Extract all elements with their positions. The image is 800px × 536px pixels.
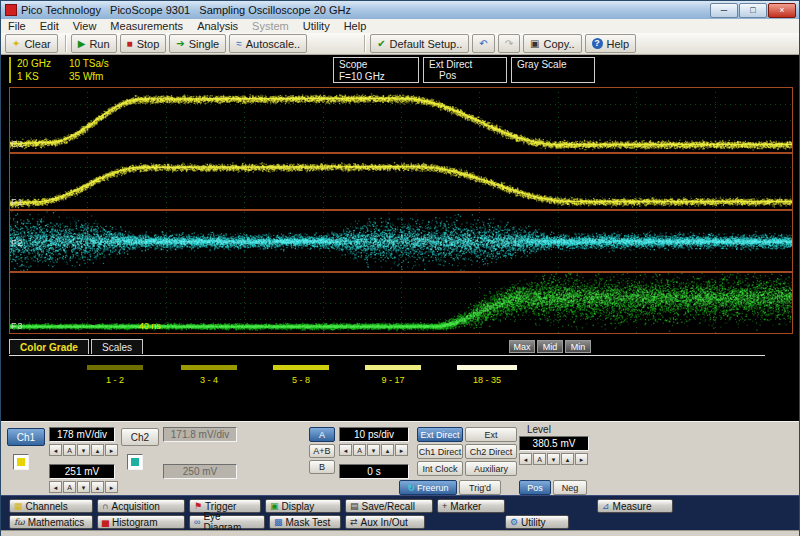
tab-scales[interactable]: Scales bbox=[91, 339, 143, 354]
menu-button-display[interactable]: ▣ Display bbox=[265, 499, 341, 513]
minimize-button[interactable]: ─ bbox=[710, 3, 738, 18]
coarse-increment-button[interactable]: ▸ bbox=[395, 444, 408, 456]
menu-button-aux-in-out[interactable]: ⇄ Aux In/Out bbox=[345, 515, 425, 529]
marker-icon: + bbox=[442, 502, 447, 511]
app-icon bbox=[5, 4, 17, 16]
menu-button-marker[interactable]: + Marker bbox=[437, 499, 505, 513]
menu-button-measure[interactable]: ⊿ Measure bbox=[597, 499, 673, 513]
histogram-icon: ▅ bbox=[102, 518, 109, 527]
decrement-button[interactable]: ▾ bbox=[367, 444, 380, 456]
trigger-mode-trigd-button[interactable]: Trig'd bbox=[459, 480, 501, 495]
min-button[interactable]: Min bbox=[565, 340, 591, 353]
coarse-decrement-button[interactable]: ◂ bbox=[519, 453, 532, 465]
fine-mode-button[interactable]: A bbox=[353, 444, 366, 456]
save-recall-icon: ▤ bbox=[350, 502, 359, 511]
trigger-source-ext-direct[interactable]: Ext Direct bbox=[417, 427, 463, 442]
fine-mode-button[interactable]: A bbox=[63, 481, 76, 493]
trigger-level-label: Level bbox=[527, 424, 551, 435]
single-icon: ➔ bbox=[176, 39, 184, 49]
trigger-source-ext-prescale[interactable]: Ext Prescale bbox=[465, 427, 517, 442]
channel-marker-f2[interactable]: F2 bbox=[11, 238, 24, 248]
decrement-button[interactable]: ▾ bbox=[77, 444, 90, 456]
mathematics-icon: fω bbox=[14, 518, 25, 527]
menu-button-eye-diagram[interactable]: ∞ Eye Diagram bbox=[189, 515, 265, 529]
trigger-source-ch2-direct[interactable]: Ch2 Direct bbox=[465, 444, 517, 459]
menu-utility[interactable]: Utility bbox=[296, 19, 337, 33]
mid-button[interactable]: Mid bbox=[537, 340, 563, 353]
display-tabs: Color Grade Scales Max Mid Min bbox=[9, 338, 765, 356]
max-button[interactable]: Max bbox=[509, 340, 535, 353]
trigger-source-ch1-direct[interactable]: Ch1 Direct bbox=[417, 444, 463, 459]
increment-button[interactable]: ▴ bbox=[381, 444, 394, 456]
ch1-color-swatch bbox=[17, 458, 25, 466]
coarse-decrement-button[interactable]: ◂ bbox=[339, 444, 352, 456]
close-button[interactable]: × bbox=[768, 3, 796, 18]
menu-button-mathematics[interactable]: fω Mathematics bbox=[9, 515, 93, 529]
decrement-button[interactable]: ▾ bbox=[77, 481, 90, 493]
stop-icon: ■ bbox=[127, 39, 133, 49]
maximize-button[interactable]: □ bbox=[739, 3, 767, 18]
menu-help[interactable]: Help bbox=[337, 19, 374, 33]
coarse-decrement-button[interactable]: ◂ bbox=[49, 444, 62, 456]
coarse-increment-button[interactable]: ▸ bbox=[105, 444, 118, 456]
help-button[interactable]: ? Help bbox=[585, 34, 637, 53]
legend-bar bbox=[181, 365, 237, 370]
copy-button[interactable]: ▣ Copy.. bbox=[523, 34, 581, 53]
timebase-ab-button[interactable]: A+B bbox=[309, 444, 335, 458]
menu-view[interactable]: View bbox=[66, 19, 104, 33]
measure-icon: ⊿ bbox=[602, 502, 610, 511]
menu-button-channels[interactable]: ▦ Channels bbox=[9, 499, 93, 513]
menu-button-histogram[interactable]: ▅ Histogram bbox=[97, 515, 185, 529]
trigger-mode-freerun-button[interactable]: ↻Freerun bbox=[399, 480, 457, 495]
trigger-slope-pos-button[interactable]: Pos bbox=[519, 480, 551, 495]
redo-icon: ↷ bbox=[505, 39, 513, 49]
increment-button[interactable]: ▴ bbox=[91, 481, 104, 493]
legend-bar bbox=[87, 365, 143, 370]
channel-marker-c1[interactable]: C1 bbox=[11, 139, 25, 149]
ch2-enable-checkbox[interactable] bbox=[127, 454, 143, 470]
timebase-a-button[interactable]: A bbox=[309, 427, 335, 442]
acquisition-icon: ∩ bbox=[102, 502, 108, 511]
channel-marker-f1[interactable]: F1 bbox=[11, 197, 24, 207]
default-setup-button[interactable]: ✔ Default Setup.. bbox=[370, 34, 469, 53]
display-icon: ▣ bbox=[270, 502, 279, 511]
ch2-button[interactable]: Ch2 bbox=[121, 428, 159, 446]
stop-button[interactable]: ■ Stop bbox=[120, 34, 167, 53]
trigger-slope-neg-button[interactable]: Neg bbox=[553, 480, 587, 495]
fine-mode-button[interactable]: A bbox=[533, 453, 546, 465]
menu-measurements[interactable]: Measurements bbox=[103, 19, 190, 33]
ch1-button[interactable]: Ch1 bbox=[7, 428, 45, 446]
trigger-source-auxiliary[interactable]: Auxiliary bbox=[465, 461, 517, 476]
ch1-enable-checkbox[interactable] bbox=[13, 454, 29, 470]
increment-button[interactable]: ▴ bbox=[561, 453, 574, 465]
toolbar-separator bbox=[364, 35, 366, 52]
menu-button-acquisition[interactable]: ∩ Acquisition bbox=[97, 499, 185, 513]
run-button[interactable]: ▶ Run bbox=[71, 34, 117, 53]
timebase-b-button[interactable]: B bbox=[309, 460, 335, 474]
timebase-scale-display: 10 ps/div bbox=[339, 427, 409, 442]
coarse-increment-button[interactable]: ▸ bbox=[105, 481, 118, 493]
decrement-button[interactable]: ▾ bbox=[547, 453, 560, 465]
trigger-source-int-clock[interactable]: Int Clock bbox=[417, 461, 463, 476]
single-button[interactable]: ➔ Single bbox=[169, 34, 226, 53]
trigger-level-display: 380.5 mV bbox=[519, 436, 589, 451]
menu-button-mask-test[interactable]: ▩ Mask Test bbox=[269, 515, 341, 529]
clear-button[interactable]: ✦ Clear bbox=[5, 34, 58, 53]
copy-icon: ▣ bbox=[530, 39, 539, 49]
menu-button-save-recall[interactable]: ▤ Save/Recall bbox=[345, 499, 433, 513]
scope-display[interactable] bbox=[9, 85, 793, 337]
fine-mode-button[interactable]: A bbox=[63, 444, 76, 456]
tab-color-grade[interactable]: Color Grade bbox=[9, 339, 89, 354]
coarse-increment-button[interactable]: ▸ bbox=[575, 453, 588, 465]
coarse-decrement-button[interactable]: ◂ bbox=[49, 481, 62, 493]
menu-button-utility[interactable]: ⚙ Utility bbox=[505, 515, 569, 529]
autoscale-button[interactable]: ≈ Autoscale.. bbox=[229, 34, 307, 53]
channel-marker-f3[interactable]: F3 bbox=[11, 321, 24, 331]
undo-button[interactable]: ↶ bbox=[472, 34, 494, 53]
increment-button[interactable]: ▴ bbox=[91, 444, 104, 456]
menu-edit[interactable]: Edit bbox=[33, 19, 66, 33]
trigger-readout: Ext Direct Pos bbox=[423, 57, 507, 83]
menu-file[interactable]: File bbox=[1, 19, 33, 33]
menu-analysis[interactable]: Analysis bbox=[190, 19, 245, 33]
bottom-menu: ▦ Channels ∩ Acquisition ⚑ Trigger ▣ Dis… bbox=[1, 495, 799, 531]
